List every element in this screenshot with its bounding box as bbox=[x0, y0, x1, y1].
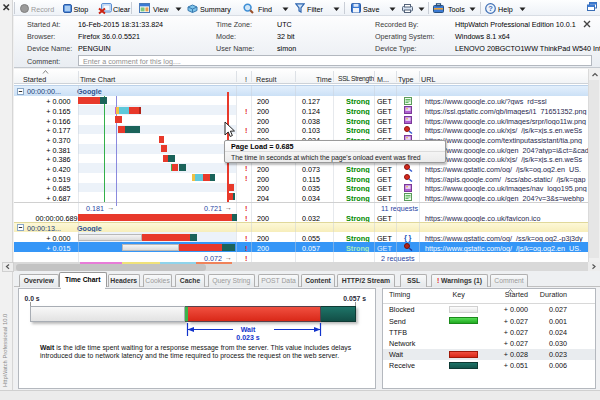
svg-text:0.023 s: 0.023 s bbox=[236, 334, 259, 341]
svg-text:?: ? bbox=[488, 4, 493, 13]
svg-text:Wait: Wait bbox=[241, 326, 256, 333]
